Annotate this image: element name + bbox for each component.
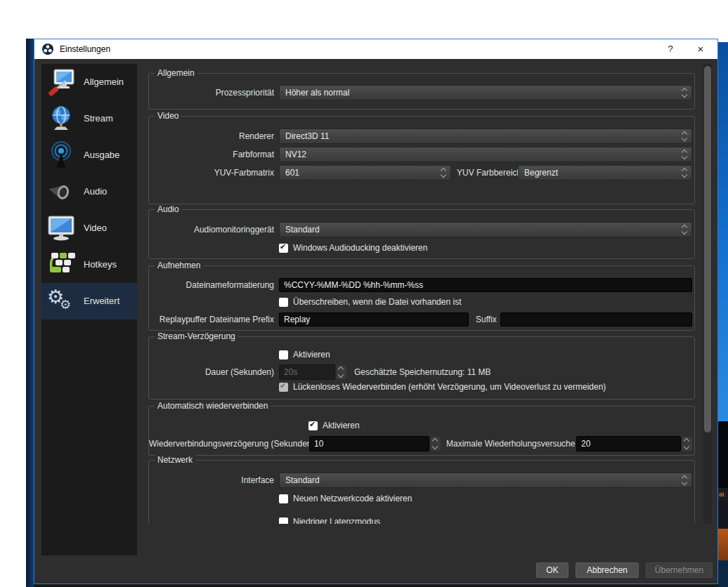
group-general: Allgemein Prozesspriorität Höher als nor… (148, 73, 695, 110)
new-networking-checkbox[interactable] (279, 494, 288, 503)
spinner-arrows-icon (682, 167, 689, 178)
group-title: Audio (155, 204, 182, 215)
low-latency-checkbox[interactable] (279, 517, 288, 525)
spinner-arrows-icon (337, 365, 346, 379)
interface-select[interactable]: Standard (279, 473, 692, 488)
background-wallpaper-strip (718, 246, 728, 421)
advanced-gears-icon: ⚙ ⚙ (44, 286, 78, 317)
replay-prefix-label: Replaypuffer Dateiname Prefix (149, 312, 274, 327)
sidebar-item-label: Stream (84, 100, 113, 137)
audio-ducking-row: Windows Audioducking deaktivieren (279, 242, 427, 253)
duration-spinbox (279, 364, 346, 380)
group-title: Aufnehmen (155, 260, 203, 271)
sidebar-item-erweitert[interactable]: ⚙ ⚙ Erweitert (41, 283, 137, 319)
suffix-input[interactable] (500, 312, 692, 327)
overwrite-checkbox[interactable] (279, 298, 288, 307)
background-window-left-edge (26, 39, 34, 587)
new-networking-row: Neuen Netzwerkcode aktivieren (279, 493, 412, 504)
color-format-select[interactable]: NV12 (279, 147, 692, 162)
process-priority-select[interactable]: Höher als normal (279, 85, 692, 100)
audio-icon (44, 176, 78, 207)
help-button[interactable]: ? (661, 39, 680, 59)
hotkeys-icon (44, 249, 78, 280)
video-icon (44, 213, 78, 244)
suffix-label: Suffix (476, 312, 497, 327)
interface-label: Interface (149, 473, 274, 488)
reconnect-enable-row: Aktivieren (308, 420, 360, 431)
sidebar-item-audio[interactable]: Audio (41, 173, 137, 210)
spinner-arrows-icon (441, 167, 448, 178)
color-format-label: Farbformat (149, 147, 274, 162)
preserve-cutoff-row: Lückenloses Wiederverbinden (erhöht Verz… (279, 381, 606, 393)
background-orange-strip (718, 529, 728, 560)
output-icon (44, 140, 78, 171)
background-window-right-edge: at (718, 42, 728, 587)
group-recording: Aufnehmen Dateinameformatierung Überschr… (148, 265, 695, 331)
dialog-body: Allgemein Stream (34, 59, 717, 583)
retry-delay-spinbox[interactable] (309, 436, 441, 451)
group-stream-delay: Stream-Verzögerung Aktivieren Dauer (Sek… (148, 336, 695, 400)
scrollbar[interactable] (703, 64, 712, 524)
background-dark-strip (718, 421, 728, 488)
cancel-button[interactable]: Abbrechen (576, 562, 639, 578)
settings-sidebar: Allgemein Stream (41, 64, 137, 555)
sidebar-item-label: Ausgabe (84, 137, 119, 173)
replay-prefix-input[interactable] (279, 312, 469, 327)
max-retries-label: Maximale Wiederholungsversuche (446, 436, 575, 451)
obs-logo-icon (42, 44, 53, 55)
sidebar-item-stream[interactable]: Stream (41, 100, 137, 137)
spinner-arrows-icon[interactable] (682, 437, 692, 451)
renderer-select[interactable]: Direct3D 11 (279, 128, 692, 144)
stream-icon (44, 103, 78, 134)
group-title: Stream-Verzögerung (155, 331, 238, 342)
renderer-label: Renderer (149, 128, 274, 144)
group-title: Allgemein (155, 68, 197, 79)
sidebar-item-allgemein[interactable]: Allgemein (41, 64, 137, 100)
yuv-matrix-select[interactable]: 601 (279, 165, 451, 180)
group-network: Netzwerk Interface Standard Neuen Netzwe… (148, 460, 695, 524)
sidebar-item-video[interactable]: Video (41, 210, 137, 246)
settings-dialog: Einstellungen ? × (34, 39, 718, 584)
group-title: Automatisch wiederverbinden (155, 401, 271, 411)
spinner-arrows-icon (682, 224, 689, 235)
spinner-arrows-icon[interactable] (431, 437, 441, 451)
background-partial-text: at (718, 488, 728, 501)
monitoring-device-select[interactable]: Standard (279, 222, 692, 237)
duration-label: Dauer (Sekunden) (149, 364, 274, 380)
close-button[interactable]: × (691, 39, 710, 59)
preserve-cutoff-checkbox (279, 383, 288, 392)
title-bar: Einstellungen ? × (34, 39, 717, 59)
group-video: Video Renderer Direct3D 11 Farbformat NV… (148, 116, 695, 204)
filename-format-label: Dateinameformatierung (149, 278, 274, 292)
group-title: Video (155, 111, 181, 121)
yuv-matrix-label: YUV-Farbmatrix (149, 165, 274, 180)
sidebar-item-hotkeys[interactable]: Hotkeys (41, 246, 137, 283)
background-window-bottom-edge (34, 584, 718, 587)
low-latency-row: Niedriger Latenzmodus (279, 516, 380, 524)
spinner-arrows-icon (682, 149, 689, 160)
sidebar-item-ausgabe[interactable]: Ausgabe (41, 137, 137, 173)
ok-button[interactable]: OK (536, 562, 568, 578)
window-title: Einstellungen (60, 39, 110, 59)
max-retries-spinbox[interactable] (576, 436, 692, 451)
sidebar-item-label: Allgemein (84, 64, 124, 100)
spinner-arrows-icon (682, 87, 689, 98)
reconnect-enable-checkbox[interactable] (308, 421, 318, 430)
group-reconnect: Automatisch wiederverbinden Aktivieren W… (148, 406, 695, 456)
sidebar-item-label: Erweitert (84, 283, 119, 319)
yuv-range-label: YUV Farbbereich (457, 165, 521, 180)
filename-format-input[interactable] (279, 278, 692, 292)
yuv-range-select[interactable]: Begrenzt (518, 165, 692, 180)
stream-delay-enable-checkbox[interactable] (279, 350, 288, 360)
memory-usage-text: Geschätzte Speichernutzung: 11 MB (354, 364, 491, 380)
general-icon (44, 67, 78, 98)
group-audio: Audio Audiomonitoringgerät Standard Wind… (148, 209, 695, 259)
sidebar-item-label: Video (84, 210, 107, 246)
process-priority-label: Prozesspriorität (149, 85, 274, 100)
scrollbar-thumb[interactable] (704, 66, 711, 433)
group-title: Netzwerk (155, 455, 195, 466)
spinner-arrows-icon (682, 475, 689, 486)
sidebar-item-label: Audio (84, 173, 107, 210)
audio-ducking-checkbox[interactable] (279, 244, 288, 253)
settings-scroll-area: Allgemein Prozesspriorität Höher als nor… (145, 64, 700, 524)
